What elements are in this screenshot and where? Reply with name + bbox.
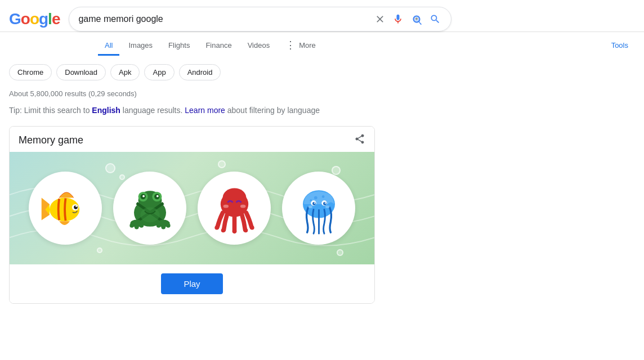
- tip-learn-link[interactable]: Learn more: [185, 106, 225, 115]
- chip-apk[interactable]: Apk: [110, 64, 140, 80]
- creature-frog: [113, 172, 186, 245]
- tab-all[interactable]: All: [98, 37, 119, 56]
- bubble-2: [119, 174, 125, 180]
- svg-point-44: [321, 195, 324, 198]
- svg-point-5: [75, 205, 77, 207]
- svg-point-23: [166, 223, 171, 228]
- logo-l: l: [48, 10, 52, 28]
- logo-o2: o: [30, 10, 39, 28]
- svg-point-32: [223, 204, 229, 208]
- tip-area: Tip: Limit this search to English langua…: [0, 100, 644, 120]
- svg-point-40: [324, 202, 325, 203]
- results-count: About 5,800,000 results (0,29 seconds): [0, 87, 644, 100]
- share-icon[interactable]: [354, 133, 365, 147]
- bubble-3: [218, 160, 226, 168]
- svg-point-33: [240, 204, 245, 208]
- memory-game-card: Memory game: [9, 126, 375, 304]
- svg-point-45: [310, 199, 312, 201]
- tip-suffix: about filtering by language: [225, 106, 320, 115]
- tab-images[interactable]: Images: [122, 37, 159, 56]
- play-area: Play: [10, 264, 374, 303]
- svg-point-39: [314, 202, 315, 203]
- svg-point-22: [161, 224, 166, 229]
- header: Google game memori google: [0, 0, 644, 32]
- tip-english-link[interactable]: English: [92, 106, 120, 115]
- three-dots-icon: ⋮: [285, 39, 296, 51]
- creature-jellyfish: [282, 172, 355, 245]
- svg-point-30: [243, 228, 248, 232]
- svg-point-43: [314, 196, 317, 199]
- chip-android[interactable]: Android: [179, 64, 221, 80]
- logo-g: G: [9, 10, 21, 28]
- creature-octopus: [198, 172, 271, 245]
- svg-point-37: [312, 202, 316, 205]
- memory-game-title-bar: Memory game: [10, 127, 374, 152]
- svg-point-24: [140, 207, 159, 222]
- bubble-6: [97, 248, 102, 253]
- svg-point-29: [232, 229, 236, 233]
- logo-e: e: [52, 10, 60, 28]
- svg-point-27: [214, 225, 219, 230]
- svg-point-28: [221, 228, 225, 232]
- search-button[interactable]: [428, 12, 442, 26]
- svg-point-13: [156, 195, 158, 197]
- clear-button[interactable]: [373, 12, 387, 26]
- chip-app[interactable]: App: [144, 64, 174, 80]
- play-button[interactable]: Play: [161, 273, 222, 294]
- logo-g2: g: [39, 10, 48, 28]
- svg-point-20: [139, 223, 144, 228]
- svg-point-19: [134, 224, 138, 229]
- chip-download[interactable]: Download: [56, 64, 106, 80]
- svg-point-42: [325, 205, 329, 208]
- creature-fish: [29, 172, 102, 245]
- svg-point-18: [129, 223, 134, 228]
- tab-finance[interactable]: Finance: [199, 37, 238, 56]
- svg-point-38: [323, 202, 327, 205]
- lens-button[interactable]: [409, 12, 424, 26]
- search-input[interactable]: game memori google: [78, 14, 369, 24]
- bubble-1: [105, 163, 115, 173]
- filter-chips: Chrome Download Apk App Android: [0, 57, 644, 87]
- svg-point-12: [142, 195, 145, 197]
- svg-point-26: [222, 188, 246, 207]
- bubble-5: [332, 166, 341, 175]
- ocean-area: [10, 152, 374, 264]
- svg-point-21: [156, 223, 160, 228]
- tip-prefix: Tip: Limit this search to: [9, 106, 92, 115]
- nav-tabs: All Images Flights Finance Videos ⋮ More…: [0, 32, 644, 57]
- chip-chrome[interactable]: Chrome: [9, 64, 52, 80]
- logo-o1: o: [21, 10, 30, 28]
- tab-flights[interactable]: Flights: [162, 37, 196, 56]
- svg-point-31: [250, 225, 254, 230]
- memory-game-title: Memory game: [19, 134, 83, 146]
- voice-search-button[interactable]: [391, 12, 405, 26]
- search-bar[interactable]: game memori google: [69, 7, 451, 32]
- bubble-7: [337, 249, 343, 256]
- tip-middle: language results.: [120, 106, 185, 115]
- svg-point-41: [308, 205, 312, 208]
- tools-button[interactable]: Tools: [605, 37, 635, 56]
- tab-videos[interactable]: Videos: [241, 37, 277, 56]
- google-logo[interactable]: Google: [9, 10, 60, 28]
- tab-more[interactable]: ⋮ More: [279, 34, 323, 57]
